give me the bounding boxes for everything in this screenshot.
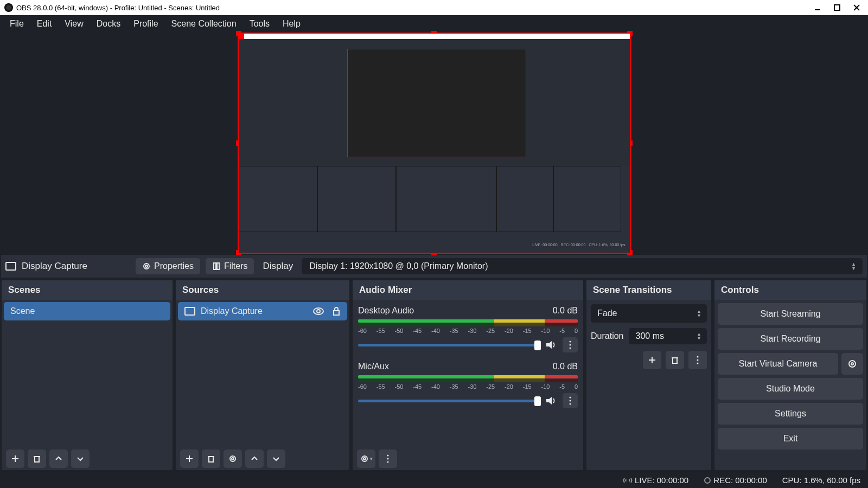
audio-channel-name: Desktop Audio [358, 306, 414, 316]
svg-point-40 [697, 363, 699, 364]
svg-point-41 [849, 361, 856, 367]
controls-dock: Controls Start Streaming Start Recording… [714, 280, 866, 470]
svg-rect-1 [834, 5, 840, 10]
status-bar: LIVE: 00:00:00 REC: 00:00:00 CPU: 1.6%, … [0, 472, 868, 488]
resize-handle-top-left[interactable] [236, 31, 241, 36]
window-titlebar: OBS 28.0.0 (64-bit, windows) - Profile: … [0, 0, 868, 15]
chevron-down-icon [272, 454, 280, 463]
menu-profile[interactable]: Profile [127, 17, 164, 31]
audio-options-button[interactable] [563, 337, 578, 352]
menu-scene-collection[interactable]: Scene Collection [165, 17, 243, 31]
selected-source-name: Display Capture [22, 261, 87, 272]
audio-meter [358, 319, 578, 323]
audio-settings-button[interactable]: ▾ [357, 450, 375, 468]
status-rec: REC: 00:00:00 [704, 476, 767, 485]
record-icon [704, 477, 711, 484]
trash-icon [671, 356, 679, 364]
menu-help[interactable]: Help [276, 17, 307, 31]
broadcast-icon [623, 477, 633, 484]
remove-source-button[interactable] [202, 450, 220, 468]
audio-ticks: -60-55-50-45-40-35-30-25-20-15-10-50 [358, 326, 578, 334]
chevron-up-icon [250, 454, 259, 463]
audio-options-button[interactable] [563, 393, 578, 408]
audio-ticks: -60-55-50-45-40-35-30-25-20-15-10-50 [358, 382, 578, 390]
settings-button[interactable]: Settings [718, 403, 863, 425]
scenes-dock: Scenes Scene [2, 280, 173, 470]
remove-scene-button[interactable] [28, 450, 46, 468]
audio-menu-button[interactable] [379, 450, 397, 468]
source-toolbar: Display Capture Properties Filters Displ… [1, 255, 867, 278]
dots-vertical-icon [569, 341, 571, 349]
trash-icon [207, 454, 215, 463]
move-source-down-button[interactable] [267, 450, 285, 468]
move-scene-up-button[interactable] [49, 450, 68, 468]
add-transition-button[interactable] [643, 351, 661, 369]
remove-transition-button[interactable] [666, 351, 684, 369]
transition-menu-button[interactable] [688, 351, 707, 369]
display-label: Display [259, 261, 296, 272]
svg-point-42 [851, 363, 853, 365]
svg-marker-21 [546, 341, 552, 349]
selected-source-bounds[interactable]: LIVE: 00:00:00 REC: 00:00:00 CPU: 1.6%, … [238, 33, 631, 254]
speaker-icon[interactable] [545, 395, 558, 406]
source-item[interactable]: Display Capture [178, 302, 347, 320]
audio-mixer-header: Audio Mixer [353, 280, 583, 300]
add-scene-button[interactable] [6, 450, 24, 468]
move-scene-down-button[interactable] [71, 450, 90, 468]
start-recording-button[interactable]: Start Recording [718, 328, 863, 350]
menu-file[interactable]: File [3, 17, 30, 31]
studio-mode-button[interactable]: Studio Mode [718, 378, 863, 400]
menu-docks[interactable]: Docks [90, 17, 127, 31]
svg-point-38 [697, 356, 699, 358]
menu-view[interactable]: View [58, 17, 90, 31]
slider-knob[interactable] [534, 341, 541, 350]
chevron-down-icon [76, 454, 85, 463]
slider-knob[interactable] [534, 396, 541, 406]
svg-point-33 [387, 461, 389, 463]
svg-rect-14 [334, 311, 339, 315]
svg-point-24 [570, 348, 571, 349]
svg-rect-6 [214, 263, 216, 269]
preview-canvas[interactable]: LIVE: 00:00:00 REC: 00:00:00 CPU: 1.6%, … [0, 33, 868, 254]
controls-header: Controls [714, 280, 866, 300]
svg-rect-36 [673, 358, 677, 363]
docks-container: Scenes Scene Sources Display Capture [0, 279, 868, 472]
audio-channel-name: Mic/Aux [358, 362, 389, 371]
close-button[interactable] [852, 3, 861, 12]
svg-point-23 [570, 344, 571, 346]
virtual-camera-settings-button[interactable] [841, 353, 863, 375]
eye-icon[interactable] [312, 307, 324, 316]
audio-channel: Desktop Audio0.0 dB -60-55-50-45-40-35-3… [355, 302, 581, 358]
monitor-icon [5, 262, 16, 271]
menu-tools[interactable]: Tools [243, 17, 276, 31]
gear-icon [847, 359, 857, 369]
lock-icon[interactable] [332, 306, 341, 316]
move-source-up-button[interactable] [245, 450, 264, 468]
maximize-button[interactable] [832, 3, 842, 12]
start-virtual-camera-button[interactable]: Start Virtual Camera [718, 353, 838, 375]
scene-item[interactable]: Scene [4, 302, 170, 320]
source-properties-button[interactable] [224, 450, 242, 468]
svg-rect-7 [217, 263, 219, 269]
speaker-icon[interactable] [545, 339, 558, 350]
properties-button[interactable]: Properties [136, 258, 200, 274]
audio-meter [358, 375, 578, 378]
svg-point-27 [570, 400, 571, 402]
trash-icon [33, 454, 41, 463]
start-streaming-button[interactable]: Start Streaming [718, 303, 863, 325]
window-title: OBS 28.0.0 (64-bit, windows) - Profile: … [16, 4, 220, 12]
display-select[interactable]: Display 1: 1920x1080 @ 0,0 (Primary Moni… [302, 258, 863, 274]
volume-slider[interactable] [358, 344, 541, 346]
minimize-button[interactable] [813, 3, 822, 12]
svg-point-32 [387, 458, 389, 460]
duration-input[interactable]: 300 ms ▴▾ [629, 328, 707, 344]
svg-point-12 [314, 308, 323, 314]
add-source-button[interactable] [180, 450, 199, 468]
menu-edit[interactable]: Edit [30, 17, 59, 31]
volume-slider[interactable] [358, 400, 541, 402]
transition-select[interactable]: Fade ▴▾ [591, 304, 707, 323]
exit-button[interactable]: Exit [718, 428, 863, 450]
filters-button[interactable]: Filters [206, 258, 254, 274]
audio-channel-db: 0.0 dB [553, 362, 578, 371]
chevron-updown-icon: ▴▾ [698, 309, 700, 318]
